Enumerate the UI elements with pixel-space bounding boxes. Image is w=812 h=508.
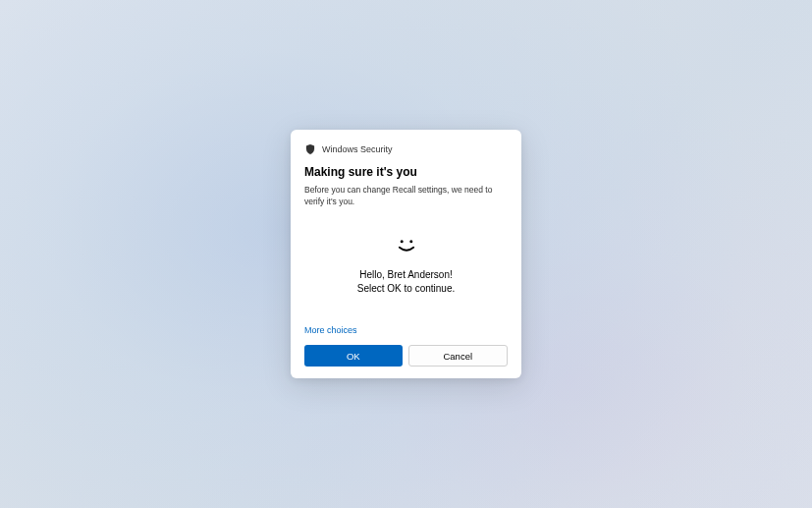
dialog-app-title: Windows Security [322, 144, 393, 154]
dialog-heading: Making sure it's you [304, 165, 508, 179]
face-container [304, 237, 508, 258]
dialog-header: Windows Security [304, 143, 508, 155]
cancel-button[interactable]: Cancel [408, 345, 509, 367]
shield-icon [304, 143, 316, 155]
svg-point-1 [409, 241, 412, 244]
dialog-subtext: Before you can change Recall settings, w… [304, 185, 508, 208]
button-row: OK Cancel [304, 345, 508, 367]
greeting-name: Hello, Bret Anderson! [304, 268, 508, 282]
greeting-container: Hello, Bret Anderson! Select OK to conti… [304, 268, 508, 296]
ok-button[interactable]: OK [304, 345, 403, 367]
svg-point-0 [400, 241, 403, 244]
windows-security-dialog: Windows Security Making sure it's you Be… [291, 130, 521, 379]
smiley-face-icon [395, 237, 418, 258]
greeting-instruction: Select OK to continue. [304, 282, 508, 296]
more-choices-link[interactable]: More choices [304, 325, 508, 335]
